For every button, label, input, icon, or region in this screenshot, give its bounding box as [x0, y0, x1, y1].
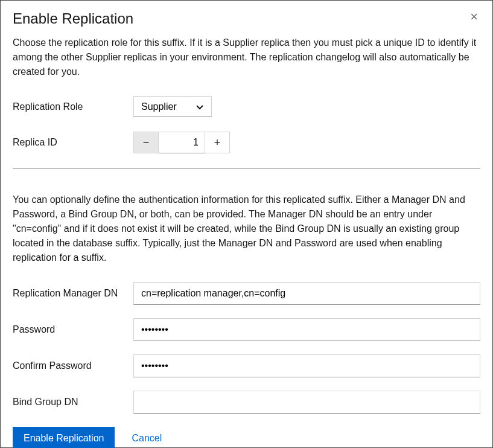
confirm-password-input[interactable] [133, 354, 480, 377]
bind-group-dn-row: Bind Group DN [13, 391, 480, 414]
manager-dn-row: Replication Manager DN [13, 282, 480, 305]
minus-icon: − [143, 136, 150, 149]
enable-replication-dialog: Enable Replication × Choose the replicat… [0, 0, 493, 448]
confirm-password-label: Confirm Password [13, 360, 133, 371]
replica-id-row: Replica ID − + [13, 132, 480, 153]
section-divider [13, 168, 480, 168]
replica-id-input[interactable] [159, 132, 205, 153]
enable-replication-button[interactable]: Enable Replication [13, 427, 115, 448]
manager-dn-label: Replication Manager DN [13, 288, 133, 299]
replication-role-label: Replication Role [13, 101, 133, 112]
replication-role-row: Replication Role Supplier [13, 96, 480, 117]
close-button[interactable]: × [468, 10, 480, 24]
password-label: Password [13, 324, 133, 335]
dialog-title: Enable Replication [13, 10, 133, 27]
replica-id-label: Replica ID [13, 137, 133, 148]
stepper-decrement-button[interactable]: − [133, 132, 159, 153]
bind-group-dn-input[interactable] [133, 391, 480, 414]
dialog-description-2: You can optionally define the authentica… [13, 193, 480, 265]
manager-dn-input[interactable] [133, 282, 480, 305]
stepper-increment-button[interactable]: + [205, 132, 230, 153]
close-icon: × [470, 9, 478, 24]
plus-icon: + [214, 136, 221, 149]
bind-group-dn-label: Bind Group DN [13, 397, 133, 408]
dialog-footer: Enable Replication Cancel [13, 427, 480, 448]
cancel-button[interactable]: Cancel [129, 427, 164, 448]
replication-role-select-wrapper: Supplier [133, 96, 212, 117]
replication-role-select[interactable]: Supplier [133, 96, 212, 117]
replica-id-stepper: − + [133, 132, 230, 153]
confirm-password-row: Confirm Password [13, 354, 480, 377]
password-row: Password [13, 318, 480, 341]
dialog-description-1: Choose the replication role for this suf… [13, 36, 480, 79]
password-input[interactable] [133, 318, 480, 341]
dialog-header: Enable Replication × [13, 10, 480, 27]
